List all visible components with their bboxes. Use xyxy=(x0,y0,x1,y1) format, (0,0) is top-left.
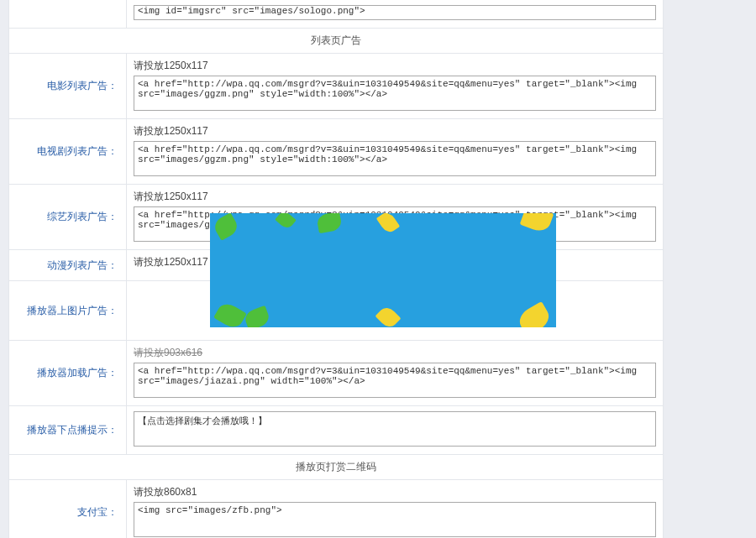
cell-player-tip xyxy=(127,406,663,454)
cell-movie: 请投放1250x117 xyxy=(127,54,663,118)
hint-variety: 请投放1250x117 xyxy=(134,190,656,204)
textarea-tv-list-ad[interactable] xyxy=(134,141,656,176)
row-alipay: 支付宝： 请投放860x81 xyxy=(8,480,664,538)
section-qr-header: 播放页打赏二维码 xyxy=(8,455,664,480)
cell-player-load: 请投放903x616 xyxy=(127,341,663,405)
row-tv-list-ad: 电视剧列表广告： 请投放1250x117 xyxy=(8,119,664,185)
label-variety-list-ad: 综艺列表广告： xyxy=(9,185,127,249)
textarea-player-vod-tip[interactable] xyxy=(134,411,656,447)
textarea-player-load-ad[interactable] xyxy=(134,363,656,398)
label-player-load-ad: 播放器加载广告： xyxy=(9,341,127,405)
leaf-icon xyxy=(275,213,297,231)
overlay-preview-image xyxy=(210,213,556,327)
section-list-ads-header: 列表页广告 xyxy=(8,29,664,54)
hint-player-load: 请投放903x616 xyxy=(134,346,656,360)
label-player-vod-tip: 播放器下点播提示： xyxy=(9,406,127,454)
label-alipay: 支付宝： xyxy=(9,480,127,538)
leaf-icon xyxy=(376,213,401,235)
textarea-alipay[interactable] xyxy=(134,502,656,537)
label-anime-list-ad: 动漫列表广告： xyxy=(9,250,127,280)
top-row xyxy=(8,0,664,29)
cell-alipay: 请投放860x81 xyxy=(127,480,663,538)
leaf-icon xyxy=(213,300,247,327)
hint-movie: 请投放1250x117 xyxy=(134,59,656,73)
row-player-load-ad: 播放器加载广告： 请投放903x616 xyxy=(8,341,664,406)
leaf-icon xyxy=(375,304,401,327)
textarea-movie-list-ad[interactable] xyxy=(134,76,656,111)
top-value-cell xyxy=(127,0,663,28)
logo-textarea[interactable] xyxy=(134,5,656,20)
leaf-icon xyxy=(520,213,554,234)
leaf-icon xyxy=(212,213,241,241)
row-movie-list-ad: 电影列表广告： 请投放1250x117 xyxy=(8,54,664,119)
row-player-vod-tip: 播放器下点播提示： xyxy=(8,406,664,455)
leaf-icon xyxy=(515,301,553,327)
leaf-icon xyxy=(243,306,271,327)
top-label xyxy=(9,0,127,28)
hint-alipay: 请投放860x81 xyxy=(134,485,656,499)
label-player-top-image-ad: 播放器上图片广告： xyxy=(9,281,127,340)
label-tv-list-ad: 电视剧列表广告： xyxy=(9,119,127,184)
hint-tv: 请投放1250x117 xyxy=(134,124,656,138)
leaf-icon xyxy=(316,213,342,233)
label-movie-list-ad: 电影列表广告： xyxy=(9,54,127,118)
cell-tv: 请投放1250x117 xyxy=(127,119,663,184)
